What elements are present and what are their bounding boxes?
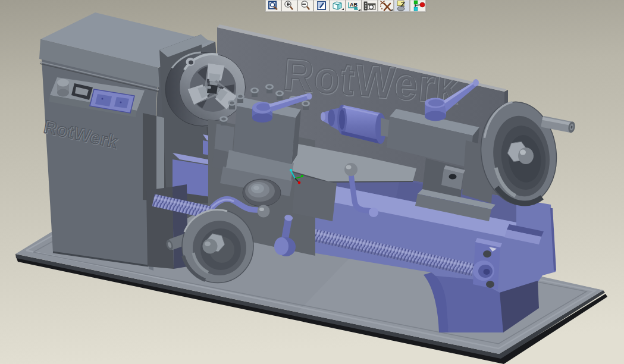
svg-text:AB: AB bbox=[350, 2, 358, 8]
